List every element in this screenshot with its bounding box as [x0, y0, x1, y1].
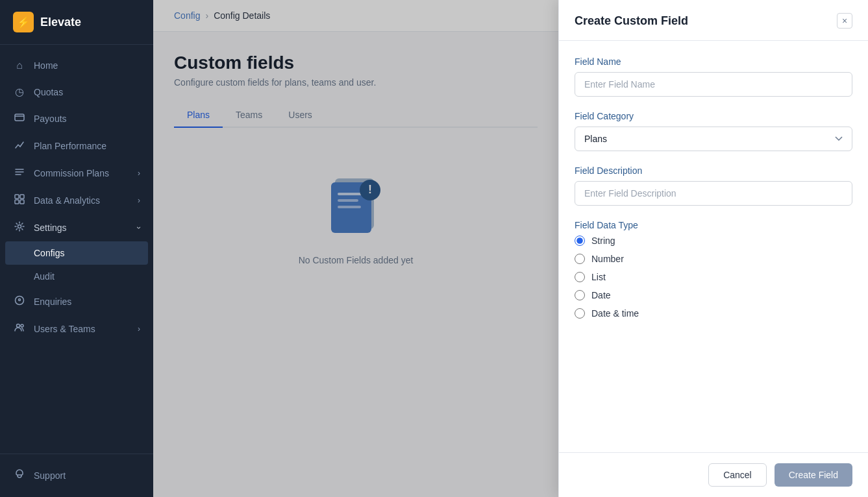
settings-icon	[13, 221, 26, 234]
field-category-group: Field Category Plans Teams Users	[575, 111, 852, 151]
sidebar-item-users-teams[interactable]: Users & Teams ›	[0, 315, 153, 343]
field-category-select[interactable]: Plans Teams Users	[575, 127, 852, 151]
svg-rect-3	[15, 200, 19, 204]
radio-date-time[interactable]	[575, 308, 585, 319]
sidebar-item-label: Plan Performance	[34, 141, 106, 151]
panel-close-button[interactable]: ×	[837, 13, 852, 29]
support-icon	[13, 469, 26, 482]
radio-item-string[interactable]: String	[575, 236, 852, 246]
app-logo[interactable]: ⚡ Elevate	[0, 0, 153, 45]
field-category-label: Field Category	[575, 111, 852, 121]
radio-list[interactable]	[575, 272, 585, 282]
quotas-icon: ◷	[13, 86, 26, 98]
radio-list-label: List	[591, 272, 606, 282]
payouts-icon	[13, 112, 26, 125]
sidebar-item-label: Settings	[34, 223, 67, 233]
radio-string[interactable]	[575, 236, 585, 246]
sidebar-item-label: Payouts	[34, 114, 67, 124]
create-custom-field-panel: Create Custom Field × Field Name Field C…	[558, 0, 868, 497]
sidebar-item-support[interactable]: Support	[0, 462, 153, 489]
svg-rect-2	[20, 195, 24, 199]
sidebar-item-plan-performance[interactable]: Plan Performance	[0, 132, 153, 160]
logo-icon: ⚡	[13, 12, 34, 32]
panel-title: Create Custom Field	[575, 14, 688, 28]
chevron-down-icon: ›	[138, 169, 140, 178]
sidebar-item-label: Data & Analytics	[34, 195, 100, 206]
app-name: Elevate	[40, 16, 81, 29]
panel-body: Field Name Field Category Plans Teams Us…	[559, 41, 868, 452]
svg-point-5	[18, 225, 21, 228]
sidebar-item-label: Support	[34, 470, 66, 481]
field-description-label: Field Description	[575, 165, 852, 176]
panel-footer: Cancel Create Field	[559, 452, 868, 497]
svg-rect-1	[15, 195, 19, 199]
sidebar-item-label: Users & Teams	[34, 324, 95, 334]
chevron-down-icon: ›	[138, 196, 140, 205]
sidebar: ⚡ Elevate ⌂ Home ◷ Quotas Payouts Plan P…	[0, 0, 153, 497]
users-teams-icon	[13, 322, 26, 335]
panel-header: Create Custom Field ×	[559, 0, 868, 41]
sidebar-nav: ⌂ Home ◷ Quotas Payouts Plan Performance…	[0, 45, 153, 454]
sidebar-item-commission-plans[interactable]: Commission Plans ›	[0, 160, 153, 187]
sidebar-item-home[interactable]: ⌂ Home	[0, 53, 153, 79]
radio-item-date-time[interactable]: Date & time	[575, 308, 852, 319]
sidebar-item-data-analytics[interactable]: Data & Analytics ›	[0, 187, 153, 214]
sidebar-item-quotas[interactable]: ◷ Quotas	[0, 79, 153, 105]
sidebar-sub-item-label: Configs	[34, 248, 64, 258]
commission-icon	[13, 167, 26, 180]
sidebar-item-payouts[interactable]: Payouts	[0, 105, 153, 132]
radio-date[interactable]	[575, 290, 585, 300]
radio-item-list[interactable]: List	[575, 272, 852, 282]
sidebar-sub-item-audit[interactable]: Audit	[0, 265, 153, 288]
chevron-up-icon: ›	[134, 226, 143, 229]
radio-number-label: Number	[591, 254, 624, 264]
field-name-input[interactable]	[575, 72, 852, 97]
cancel-button[interactable]: Cancel	[708, 463, 767, 487]
field-data-type-group: Field Data Type String Number List Date	[575, 220, 852, 319]
field-data-type-label: Field Data Type	[575, 220, 852, 230]
field-name-group: Field Name	[575, 56, 852, 97]
svg-point-8	[21, 324, 23, 327]
field-description-input[interactable]	[575, 181, 852, 206]
home-icon: ⌂	[13, 60, 26, 71]
create-field-button[interactable]: Create Field	[775, 463, 852, 487]
svg-rect-4	[20, 200, 24, 204]
field-description-group: Field Description	[575, 165, 852, 206]
close-icon: ×	[842, 16, 847, 26]
sidebar-item-label: Commission Plans	[34, 168, 109, 178]
main-content: Config › Config Details Custom fields Co…	[153, 0, 558, 497]
svg-point-7	[17, 324, 20, 328]
sidebar-sub-item-label: Audit	[34, 271, 55, 282]
radio-string-label: String	[591, 236, 615, 246]
sidebar-sub-item-configs[interactable]: Configs	[5, 241, 148, 265]
sidebar-item-label: Quotas	[34, 87, 63, 97]
radio-item-number[interactable]: Number	[575, 254, 852, 264]
sidebar-bottom: Support	[0, 454, 153, 497]
panel-overlay	[153, 0, 558, 497]
plan-performance-icon	[13, 139, 26, 152]
sidebar-item-label: Enquiries	[34, 297, 71, 307]
chevron-down-icon: ›	[138, 324, 140, 333]
field-name-label: Field Name	[575, 56, 852, 67]
svg-rect-0	[15, 114, 24, 121]
sidebar-item-settings[interactable]: Settings ›	[0, 214, 153, 241]
radio-item-date[interactable]: Date	[575, 290, 852, 300]
radio-date-label: Date	[591, 290, 611, 300]
radio-date-time-label: Date & time	[591, 308, 639, 319]
sidebar-item-label: Home	[34, 60, 58, 71]
analytics-icon	[13, 194, 26, 207]
radio-group: String Number List Date Date & time	[575, 236, 852, 319]
radio-number[interactable]	[575, 254, 585, 264]
sidebar-item-enquiries[interactable]: Enquiries	[0, 288, 153, 315]
enquiries-icon	[13, 295, 26, 308]
